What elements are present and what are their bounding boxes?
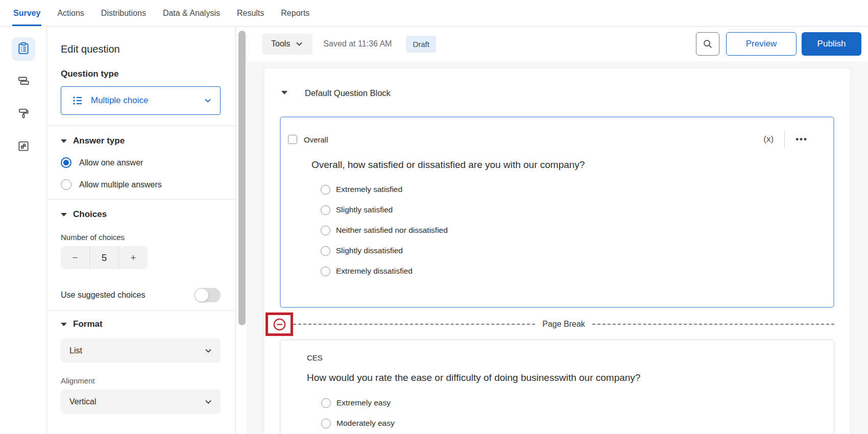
block-header[interactable]: Default Question Block xyxy=(280,68,834,116)
remove-page-break-icon[interactable] xyxy=(273,318,286,331)
format-dropdown[interactable]: List xyxy=(61,339,221,363)
look-and-feel-button[interactable] xyxy=(12,103,35,126)
survey-builder-button[interactable] xyxy=(12,37,35,61)
alignment-dropdown[interactable]: Vertical xyxy=(61,390,221,414)
radio-circle-icon xyxy=(321,419,331,428)
question-type-label: Question type xyxy=(61,69,221,79)
choice-option[interactable]: Slightly dissatisfied xyxy=(321,246,813,256)
choice-option[interactable]: Extremely easy xyxy=(321,398,813,408)
survey-flow-button[interactable] xyxy=(12,70,35,93)
number-of-choices-stepper: − 5 + xyxy=(61,246,148,269)
paint-roller-icon xyxy=(17,107,30,122)
choice-label: Extremely dissatisfied xyxy=(336,267,413,276)
section-divider xyxy=(47,199,235,200)
panel-title: Edit question xyxy=(61,43,221,55)
radio-circle-icon xyxy=(321,267,330,276)
format-section-header[interactable]: Format xyxy=(61,319,221,329)
question-text[interactable]: How would you rate the ease or difficult… xyxy=(307,371,813,384)
preview-button[interactable]: Preview xyxy=(726,32,797,56)
actions-divider xyxy=(784,131,785,148)
blocks-icon xyxy=(17,74,30,89)
choice-label: Slightly satisfied xyxy=(336,205,393,214)
settings-sliders-icon xyxy=(17,139,30,155)
radio-circle-icon xyxy=(321,185,330,195)
choice-list: Extremely easy Moderately easy Slightly … xyxy=(321,398,813,434)
use-suggested-choices-toggle[interactable] xyxy=(195,288,221,302)
chevron-down-icon xyxy=(204,398,212,406)
question-type-value: Multiple choice xyxy=(91,95,204,106)
tab-reports[interactable]: Reports xyxy=(281,0,309,26)
radio-allow-multiple-answers[interactable]: Allow multiple answers xyxy=(61,179,221,190)
collapse-triangle-icon xyxy=(61,323,67,326)
page-break-row: Page Break xyxy=(266,312,834,336)
left-icon-rail xyxy=(0,27,47,434)
survey-toolbar: Tools Saved at 11:36 AM Draft Preview Pu… xyxy=(247,27,868,61)
tools-dropdown-button[interactable]: Tools xyxy=(262,34,312,55)
increment-button[interactable]: + xyxy=(119,246,148,269)
choices-section-header[interactable]: Choices xyxy=(61,209,221,220)
alignment-label: Alignment xyxy=(61,376,221,385)
number-of-choices-label: Number of choices xyxy=(61,233,221,242)
choice-option[interactable]: Extremely satisfied xyxy=(321,184,813,195)
annotation-highlight-box xyxy=(266,312,293,336)
clipboard-list-icon xyxy=(17,41,30,57)
section-divider xyxy=(47,126,235,126)
main-area: Tools Saved at 11:36 AM Draft Preview Pu… xyxy=(247,27,868,434)
choice-label: Neither satisfied nor dissatisfied xyxy=(336,226,448,235)
choice-option[interactable]: Slightly satisfied xyxy=(321,205,813,215)
question-card-overall[interactable]: Overall (x) ••• Overall, how satisfied o… xyxy=(280,116,834,308)
tab-data-analysis[interactable]: Data & Analysis xyxy=(163,0,220,26)
question-type-dropdown[interactable]: Multiple choice xyxy=(61,86,221,115)
format-value: List xyxy=(69,346,204,355)
block-collapse-triangle-icon xyxy=(281,91,287,94)
choice-label: Slightly dissatisfied xyxy=(336,246,403,255)
question-menu-button[interactable]: ••• xyxy=(795,134,808,144)
question-text[interactable]: Overall, how satisfied or dissatisfied a… xyxy=(311,158,813,172)
page-break-dash-right xyxy=(592,324,834,325)
question-block-container: Default Question Block Overall (x) ••• O… xyxy=(263,67,851,434)
survey-canvas: Default Question Block Overall (x) ••• O… xyxy=(247,61,868,434)
tab-results[interactable]: Results xyxy=(237,0,264,26)
choices-count-value: 5 xyxy=(89,246,119,269)
choice-option[interactable]: Moderately easy xyxy=(321,418,813,428)
radio-allow-one-answer[interactable]: Allow one answer xyxy=(61,157,221,168)
panel-scrollbar-track xyxy=(236,27,247,434)
radio-selected-icon xyxy=(61,157,71,168)
search-button[interactable] xyxy=(696,32,719,56)
draft-status-badge: Draft xyxy=(406,36,436,53)
question-select-checkbox[interactable] xyxy=(288,135,297,144)
survey-options-button[interactable] xyxy=(12,135,35,159)
radio-unselected-icon xyxy=(61,179,71,190)
chevron-down-icon xyxy=(204,347,212,355)
format-label: Format xyxy=(73,319,103,329)
radio-circle-icon xyxy=(321,205,330,215)
use-suggested-choices-label: Use suggested choices xyxy=(61,291,145,300)
page-break-dash-left xyxy=(293,324,535,325)
block-title: Default Question Block xyxy=(305,88,391,98)
answer-type-section-header[interactable]: Answer type xyxy=(61,136,221,146)
edit-question-panel: Edit question Question type Multiple cho… xyxy=(47,27,236,434)
tab-actions[interactable]: Actions xyxy=(57,0,84,26)
page-break-label: Page Break xyxy=(535,320,592,329)
radio-circle-icon xyxy=(321,246,330,256)
tools-label: Tools xyxy=(271,39,290,49)
radio-label: Allow one answer xyxy=(79,158,143,167)
tab-survey[interactable]: Survey xyxy=(13,0,40,26)
panel-scrollbar-thumb[interactable] xyxy=(238,31,246,325)
choice-option[interactable]: Extremely dissatisfied xyxy=(321,266,813,276)
choice-option[interactable]: Neither satisfied nor dissatisfied xyxy=(321,225,813,235)
chevron-down-icon xyxy=(295,40,303,48)
question-id-label: CES xyxy=(307,353,813,362)
decrement-button[interactable]: − xyxy=(61,246,89,269)
radio-label: Allow multiple answers xyxy=(79,180,162,189)
section-divider xyxy=(47,310,235,311)
question-x-action[interactable]: (x) xyxy=(763,134,774,144)
question-card-ces[interactable]: CES How would you rate the ease or diffi… xyxy=(280,340,834,434)
choice-label: Moderately easy xyxy=(336,419,395,428)
choices-label: Choices xyxy=(73,209,107,220)
saved-status-text: Saved at 11:36 AM xyxy=(323,39,392,49)
alignment-value: Vertical xyxy=(69,397,204,406)
tab-distributions[interactable]: Distributions xyxy=(101,0,146,26)
question-id-label: Overall xyxy=(304,135,763,144)
publish-button[interactable]: Publish xyxy=(802,32,861,56)
